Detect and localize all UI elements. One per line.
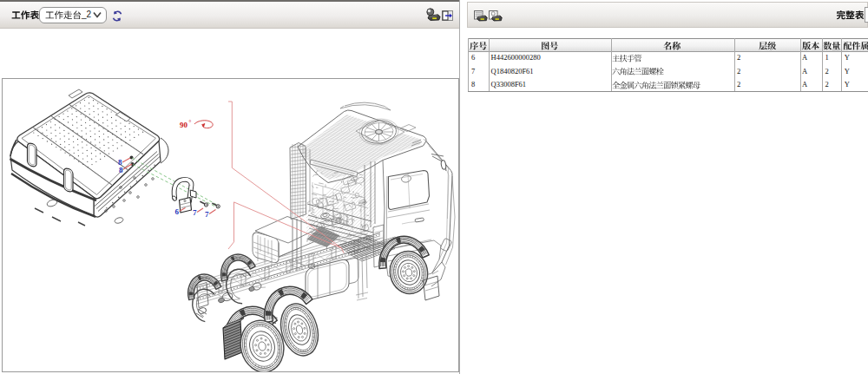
svg-text:7: 7 (193, 208, 197, 217)
svg-text:90: 90 (180, 121, 188, 129)
svg-text:7: 7 (205, 210, 209, 219)
svg-text:6: 6 (175, 207, 180, 216)
svg-text:8: 8 (119, 166, 123, 174)
svg-text:°: ° (189, 119, 192, 126)
